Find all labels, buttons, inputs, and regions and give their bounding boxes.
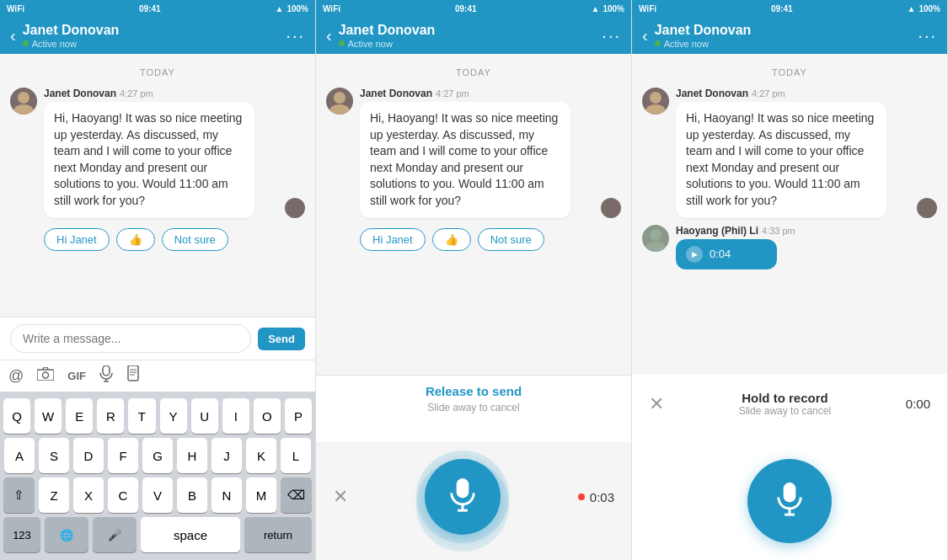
status-time-3: 09:41 [771, 4, 793, 13]
avatar-janet-3 [642, 88, 669, 115]
svg-point-0 [18, 92, 29, 104]
key-s[interactable]: S [39, 438, 69, 473]
key-return[interactable]: return [244, 517, 312, 552]
recording-status-area: Release to send Slide away to cancel [316, 375, 631, 442]
key-g[interactable]: G [142, 438, 173, 473]
key-d[interactable]: D [73, 438, 104, 473]
chat-area-3: TODAY Janet Donovan 4:27 pm Hi, Haoyang!… [632, 54, 947, 374]
read-avatar-3 [917, 198, 937, 218]
message-row-3b: Haoyang (Phil) Li 4:33 pm ▶ 0:04 [632, 221, 947, 273]
message-time-3a: 4:27 pm [752, 88, 785, 99]
key-m[interactable]: M [246, 477, 276, 513]
keyboard-1: Q W E R T Y U I O P A S D F G H J K L ⇧ … [0, 392, 315, 560]
key-i[interactable]: I [222, 398, 249, 434]
chat-area-2: TODAY Janet Donovan 4:27 pm Hi, Haoyang!… [316, 54, 631, 375]
bubble-wrap-3b: Haoyang (Phil) Li 4:33 pm ▶ 0:04 [676, 225, 937, 269]
send-button-1[interactable]: Send [258, 328, 305, 350]
key-f[interactable]: F [108, 438, 138, 473]
key-row-1: Q W E R T Y U I O P [3, 398, 312, 434]
avatar-janet-1 [10, 88, 37, 115]
more-options-2[interactable]: ··· [602, 26, 621, 45]
key-a[interactable]: A [4, 438, 35, 473]
more-options-1[interactable]: ··· [286, 26, 305, 45]
chip-thumbs-1[interactable]: 👍 [116, 228, 155, 251]
key-b[interactable]: B [177, 477, 207, 513]
key-num[interactable]: 123 [3, 517, 40, 552]
key-p[interactable]: P [285, 398, 312, 434]
key-delete[interactable]: ⌫ [281, 477, 312, 513]
key-row-2: A S D F G H J K L [3, 438, 312, 473]
status-bar-1: WiFi 09:41 ▲ 100% [0, 0, 315, 17]
key-q[interactable]: Q [3, 398, 30, 434]
mic-icon[interactable] [99, 365, 113, 387]
key-globe[interactable]: 🌐 [45, 517, 88, 552]
contact-name-1: Janet Donovan [23, 22, 287, 38]
chip-hi-janet-1[interactable]: Hi Janet [44, 228, 110, 251]
message-bubble-3a: Hi, Haoyang! It was so nice meeting up y… [676, 102, 886, 218]
svg-rect-7 [128, 365, 138, 381]
chip-hi-janet-2[interactable]: Hi Janet [360, 228, 426, 251]
avatar-janet-2 [326, 88, 353, 115]
key-o[interactable]: O [254, 398, 281, 434]
message-row-3a: Janet Donovan 4:27 pm Hi, Haoyang! It wa… [632, 84, 947, 221]
play-icon-3[interactable]: ▶ [686, 246, 703, 263]
chip-not-sure-1[interactable]: Not sure [162, 228, 228, 251]
attachment-icon[interactable] [126, 365, 140, 387]
battery-label-3: 100% [919, 4, 940, 13]
key-z[interactable]: Z [39, 477, 69, 513]
key-shift[interactable]: ⇧ [3, 477, 35, 513]
chip-thumbs-2[interactable]: 👍 [432, 228, 471, 251]
status-text-3: Active now [664, 39, 709, 49]
key-t[interactable]: T [128, 398, 155, 434]
key-e[interactable]: E [66, 398, 93, 434]
mic-big-button-2[interactable] [425, 459, 501, 535]
rec-dot-2 [578, 493, 585, 500]
back-button-1[interactable]: ‹ [10, 26, 16, 45]
key-k[interactable]: K [246, 438, 276, 473]
message-row-1: Janet Donovan 4:27 pm Hi, Haoyang! It wa… [0, 84, 315, 221]
key-row-3: ⇧ Z X C V B N M ⌫ [3, 477, 312, 513]
hold-timer-3: 0:00 [906, 397, 930, 411]
key-u[interactable]: U [191, 398, 218, 434]
key-row-4: 123 🌐 🎤 space return [3, 517, 312, 552]
status-left-1: WiFi [7, 4, 24, 13]
bubble-header-1: Janet Donovan 4:27 pm [44, 88, 278, 99]
key-v[interactable]: V [142, 477, 173, 513]
message-input-1[interactable] [10, 324, 251, 353]
key-h[interactable]: H [177, 438, 207, 473]
key-c[interactable]: C [108, 477, 138, 513]
nav-title-3: Janet Donovan Active now [655, 22, 919, 48]
key-j[interactable]: J [212, 438, 242, 473]
status-right-3: ▲ 100% [908, 4, 940, 13]
key-w[interactable]: W [35, 398, 62, 434]
back-button-3[interactable]: ‹ [642, 26, 648, 45]
timer-value-2: 0:03 [590, 490, 614, 504]
gif-icon[interactable]: GIF [67, 370, 86, 382]
key-l[interactable]: L [281, 438, 311, 473]
message-text-2: Hi, Haoyang! It was so nice meeting up y… [370, 111, 558, 207]
cancel-hold-3[interactable]: ✕ [649, 393, 664, 415]
date-separator-3: TODAY [632, 67, 947, 77]
key-mic-kb[interactable]: 🎤 [93, 517, 137, 552]
at-icon[interactable]: @ [8, 367, 24, 385]
chip-not-sure-2[interactable]: Not sure [478, 228, 544, 251]
key-space[interactable]: space [141, 517, 240, 552]
key-y[interactable]: Y [160, 398, 187, 434]
back-button-2[interactable]: ‹ [326, 26, 332, 45]
mic-hold-button-3[interactable] [747, 459, 832, 543]
more-options-3[interactable]: ··· [918, 26, 937, 45]
chat-area-1: TODAY Janet Donovan 4:27 pm Hi, Haoyang!… [0, 54, 315, 317]
signal-icon-1: ▲ [276, 4, 284, 13]
wifi-icon-3: WiFi [639, 4, 656, 13]
key-x[interactable]: X [73, 477, 104, 513]
cancel-recording-2[interactable]: ✕ [333, 486, 348, 508]
slide-cancel-label-2: Slide away to cancel [316, 402, 631, 413]
status-time-1: 09:41 [139, 4, 161, 13]
key-n[interactable]: N [212, 477, 242, 513]
audio-bubble-3[interactable]: ▶ 0:04 [676, 239, 777, 269]
key-r[interactable]: R [97, 398, 124, 434]
release-text: Release to send [426, 384, 522, 398]
camera-icon[interactable] [37, 367, 54, 385]
signal-icon-3: ▲ [908, 4, 916, 13]
nav-header-3: ‹ Janet Donovan Active now ··· [632, 17, 947, 54]
